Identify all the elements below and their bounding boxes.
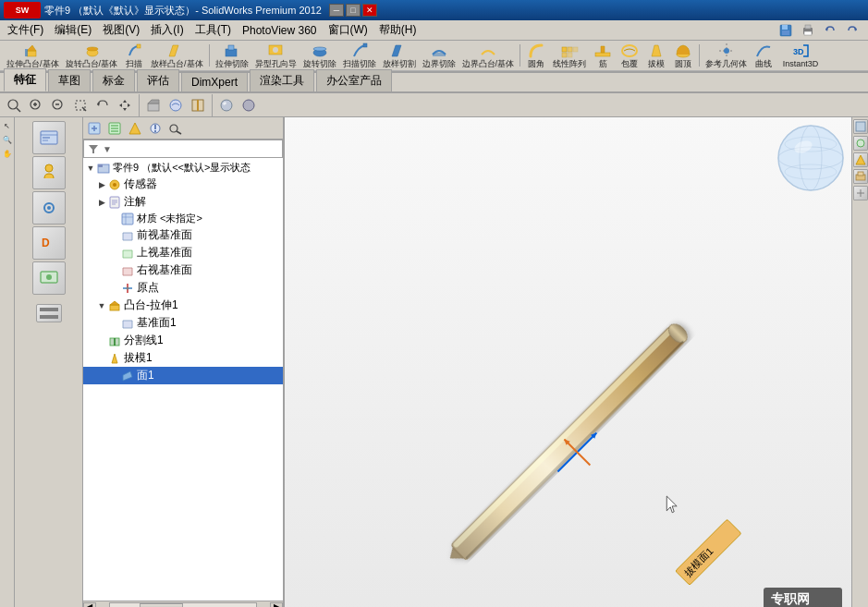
display-mode-btn[interactable] <box>165 96 186 115</box>
expand-root[interactable]: ▼ <box>85 163 96 174</box>
fillet-btn[interactable]: 圆角 <box>523 42 549 68</box>
tab-sketch[interactable]: 草图 <box>48 69 91 91</box>
realview-btn[interactable] <box>216 96 237 115</box>
hide-show-panel-btn[interactable] <box>36 304 62 322</box>
rt-btn3[interactable] <box>853 152 868 167</box>
tree-face1[interactable]: 面1 <box>83 367 283 384</box>
zoom-to-fit-btn[interactable] <box>4 96 24 115</box>
revolve-cut-btn[interactable]: 旋转切除 <box>300 42 339 68</box>
property-manager-icon[interactable] <box>32 156 66 189</box>
menu-edit[interactable]: 编辑(E) <box>49 20 97 40</box>
tab-office[interactable]: 办公室产品 <box>316 69 392 91</box>
expand-sensor[interactable]: ▶ <box>96 179 107 190</box>
instant3d-btn[interactable]: 3D Instant3D <box>777 42 824 68</box>
rib-btn[interactable]: 筋 <box>590 42 616 68</box>
tree-origin[interactable]: 原点 <box>83 279 283 297</box>
menu-help[interactable]: 帮助(H) <box>373 20 422 40</box>
quick-undo-btn[interactable] <box>820 21 840 40</box>
wrap-btn[interactable]: 包覆 <box>617 42 642 68</box>
quick-redo-btn[interactable] <box>842 21 862 40</box>
linear-pattern-btn[interactable]: 线性阵列 <box>550 42 589 68</box>
zoom-in-btn[interactable] <box>26 96 46 115</box>
rt-btn4[interactable] <box>853 169 868 184</box>
scan-btn[interactable]: 扫描 <box>121 42 147 68</box>
dome-btn[interactable]: 圆顶 <box>670 42 696 68</box>
rt-btn2[interactable] <box>853 136 868 151</box>
close-button[interactable]: ✕ <box>362 4 377 17</box>
lt-select-btn[interactable]: ↖ <box>1 119 14 132</box>
fp-btn5[interactable] <box>166 120 185 137</box>
lt-pan-btn[interactable]: ✋ <box>1 147 14 160</box>
extrude-boss-btn[interactable]: 拉伸凸台/基体 <box>4 42 62 68</box>
dimxpert-manager-icon[interactable]: D <box>32 226 66 260</box>
tab-evaluate[interactable]: 评估 <box>137 69 179 91</box>
menu-window[interactable]: 窗口(W) <box>323 20 373 40</box>
view-orient-btn[interactable] <box>143 96 164 115</box>
curves-btn[interactable]: 曲线 <box>751 42 776 68</box>
rt-btn1[interactable] <box>853 119 868 134</box>
hole-wizard-btn[interactable]: 异型孔向导 <box>252 42 300 68</box>
svg-point-18 <box>273 47 278 53</box>
fp-btn4[interactable] <box>146 120 165 137</box>
loft-boss-btn[interactable]: 放样凸台/基体 <box>148 42 206 68</box>
menubar: 文件(F) 编辑(E) 视图(V) 插入(I) 工具(T) PhotoView … <box>0 20 868 41</box>
draft-btn[interactable]: 拔模 <box>643 42 669 68</box>
ambient-occlusion-btn[interactable] <box>238 96 259 115</box>
tab-render[interactable]: 渲染工具 <box>250 69 314 91</box>
fp-hscroll[interactable]: ◀ ▶ <box>83 601 283 607</box>
rt-btn5[interactable] <box>853 186 868 200</box>
nav-cube[interactable] <box>774 121 848 195</box>
scroll-left-btn[interactable]: ◀ <box>83 602 96 608</box>
revolve-boss-btn[interactable]: 旋转凸台/基体 <box>63 42 121 68</box>
rotate-btn[interactable] <box>92 96 113 115</box>
zoom-box-btn[interactable] <box>70 96 91 115</box>
menu-tools[interactable]: 工具(T) <box>189 20 237 40</box>
fp-btn2[interactable] <box>105 120 124 137</box>
tab-gold[interactable]: 标金 <box>92 69 135 91</box>
scroll-right-btn[interactable]: ▶ <box>270 602 283 608</box>
menu-file[interactable]: 文件(F) <box>2 20 49 40</box>
lt-zoom-btn[interactable]: 🔍 <box>1 133 14 146</box>
tree-top-plane[interactable]: 上视基准面 <box>83 244 283 261</box>
tree-draft1[interactable]: 拔模1 <box>83 349 283 367</box>
ref-geometry-btn[interactable]: 参考几何体 <box>703 42 750 68</box>
fp-btn3[interactable] <box>126 120 144 137</box>
minimize-button[interactable]: ─ <box>329 4 344 17</box>
tree-right-plane[interactable]: 右视基准面 <box>83 261 283 279</box>
tab-features[interactable]: 特征 <box>4 68 46 91</box>
menu-insert[interactable]: 插入(I) <box>145 20 189 40</box>
zoom-out-btn[interactable] <box>48 96 68 115</box>
restore-button[interactable]: □ <box>346 4 361 17</box>
menu-photoview[interactable]: PhotoView 360 <box>237 22 323 39</box>
scan-cut-btn[interactable]: 扫描切除 <box>340 42 379 68</box>
fp-hscroll-thumb[interactable] <box>140 603 183 608</box>
tree-split1[interactable]: 分割线1 <box>83 332 283 349</box>
svg-marker-105 <box>110 301 119 305</box>
quick-print-btn[interactable] <box>798 21 818 40</box>
quick-save-btn[interactable] <box>776 21 796 40</box>
tree-front-plane[interactable]: 前视基准面 <box>83 226 283 244</box>
menu-view[interactable]: 视图(V) <box>97 20 145 40</box>
loft-cut-btn[interactable]: 放样切割 <box>380 42 419 68</box>
display-manager-icon[interactable] <box>32 261 66 295</box>
tree-boss1[interactable]: ▼ 凸台-拉伸1 <box>83 297 283 314</box>
viewport[interactable]: 拔模面1 <box>285 117 851 607</box>
tree-notes[interactable]: ▶ 注解 <box>83 193 283 211</box>
tree-sensor[interactable]: ▶ 传感器 <box>83 176 283 193</box>
fp-filter-text: ▼ <box>103 144 112 154</box>
tree-material[interactable]: 材质 <未指定> <box>83 211 283 226</box>
section-view-btn[interactable] <box>188 96 208 115</box>
feature-manager-icon[interactable] <box>32 121 66 154</box>
config-manager-icon[interactable] <box>32 191 66 225</box>
svg-text:D: D <box>42 237 50 249</box>
pan-btn[interactable] <box>115 96 135 115</box>
boundary-cut-btn[interactable]: 边界切除 <box>420 42 458 68</box>
expand-boss1[interactable]: ▼ <box>96 300 107 311</box>
expand-notes[interactable]: ▶ <box>96 197 107 208</box>
tree-base1[interactable]: 基准面1 <box>83 314 283 332</box>
fp-btn1[interactable] <box>85 120 104 137</box>
extrude-cut-btn[interactable]: 拉伸切除 <box>213 42 251 68</box>
tree-root[interactable]: ▼ 零件9 （默认<<默认>显示状态 <box>83 160 283 176</box>
tab-dimxpert[interactable]: DimXpert <box>181 72 248 91</box>
boundary-boss-btn[interactable]: 边界凸台/基体 <box>459 42 518 68</box>
